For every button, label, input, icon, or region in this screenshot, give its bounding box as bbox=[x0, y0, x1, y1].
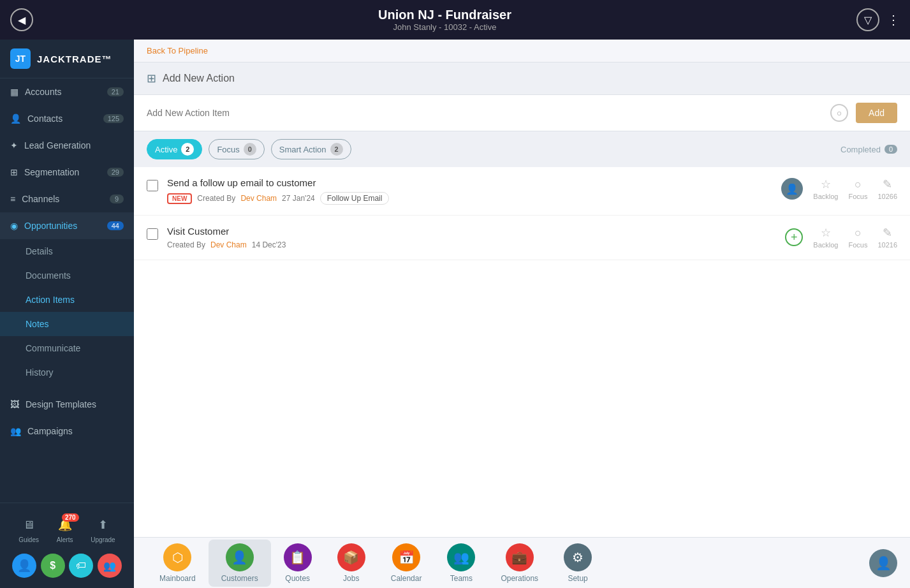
segmentation-badge: 29 bbox=[107, 168, 124, 177]
guides-button[interactable]: 🖥 Guides bbox=[18, 516, 39, 543]
action-item-2-id: ✎ 10216 bbox=[877, 226, 897, 249]
action-item-2-created-by: Created By bbox=[167, 240, 205, 249]
mainboard-icon: ⬡ bbox=[163, 543, 191, 571]
focus-circle-icon-2[interactable]: ○ bbox=[855, 226, 862, 240]
nav-operations[interactable]: 💼 Operations bbox=[488, 540, 551, 587]
action-item-2-focus: ○ Focus bbox=[848, 226, 867, 249]
backlog-star-icon-2[interactable]: ☆ bbox=[821, 226, 831, 240]
logo-text: JACKTRADE™ bbox=[37, 54, 112, 64]
focus-circle-icon[interactable]: ○ bbox=[855, 178, 862, 191]
add-action-button[interactable]: Add bbox=[856, 103, 897, 123]
nav-mainboard[interactable]: ⬡ Mainboard bbox=[147, 540, 209, 587]
more-button[interactable]: ⋮ bbox=[887, 12, 900, 27]
nav-quotes[interactable]: 📋 Quotes bbox=[271, 540, 325, 587]
back-to-pipeline[interactable]: Back To Pipeline bbox=[134, 40, 910, 62]
action-item-1-date: 27 Jan'24 bbox=[282, 194, 315, 203]
opportunities-badge: 44 bbox=[107, 221, 124, 230]
sidebar-item-campaigns[interactable]: 👥 Campaigns bbox=[0, 418, 134, 445]
nav-teams[interactable]: 👥 Teams bbox=[434, 540, 488, 587]
edit-icon-1[interactable]: ✎ bbox=[883, 177, 892, 191]
action-item-input[interactable] bbox=[147, 108, 823, 118]
topbar-right: ▽ ⋮ bbox=[856, 8, 900, 31]
contacts-label: Contacts bbox=[27, 114, 62, 124]
jobs-label: Jobs bbox=[343, 574, 359, 583]
completed-text: Completed bbox=[840, 145, 881, 154]
user-icon: 👤 bbox=[17, 559, 31, 573]
dollar-avatar-btn[interactable]: $ bbox=[41, 554, 65, 578]
sidebar-bottom: 🖥 Guides 🔔 270 Alerts ⬆ Upgrade 👤 bbox=[0, 503, 134, 588]
action-item-1-title: Send a follow up email to customer bbox=[167, 177, 772, 188]
sidebar-bottom-icons: 🖥 Guides 🔔 270 Alerts ⬆ Upgrade bbox=[0, 511, 134, 548]
sidebar-item-design-templates[interactable]: 🖼 Design Templates bbox=[0, 391, 134, 418]
tab-active[interactable]: Active 2 bbox=[147, 139, 202, 159]
filter-button[interactable]: ▽ bbox=[856, 8, 879, 31]
upgrade-button[interactable]: ⬆ Upgrade bbox=[91, 516, 115, 543]
sidebar-item-channels[interactable]: ≡ Channels 9 bbox=[0, 186, 134, 212]
sidebar-item-action-items[interactable]: Action Items bbox=[0, 288, 134, 312]
tab-focus[interactable]: Focus 0 bbox=[209, 139, 264, 159]
alerts-button[interactable]: 🔔 270 Alerts bbox=[56, 516, 74, 543]
page-title: Union NJ - Fundraiser bbox=[378, 8, 511, 22]
nav-calendar[interactable]: 📅 Calendar bbox=[378, 540, 435, 587]
action-item-2-add-btn[interactable]: + bbox=[785, 228, 803, 246]
topbar: ◀ Union NJ - Fundraiser John Stanly - 10… bbox=[0, 0, 910, 40]
sidebar-item-details[interactable]: Details bbox=[0, 239, 134, 263]
smart-action-tab-label: Smart Action bbox=[279, 145, 327, 154]
action-item-1-meta: NEW Created By Dev Cham 27 Jan'24 Follow… bbox=[167, 192, 772, 205]
nav-customers[interactable]: 👤 Customers bbox=[209, 540, 271, 587]
action-item-1-content: Send a follow up email to customer NEW C… bbox=[167, 177, 772, 205]
setup-label: Setup bbox=[568, 574, 587, 583]
backlog-star-icon[interactable]: ☆ bbox=[821, 177, 831, 191]
back-button[interactable]: ◀ bbox=[10, 8, 33, 31]
active-tab-label: Active bbox=[155, 145, 177, 154]
sidebar-item-lead-generation[interactable]: ✦ Lead Generation bbox=[0, 132, 134, 159]
action-list: Send a follow up email to customer NEW C… bbox=[134, 167, 910, 537]
sidebar-item-segmentation[interactable]: ⊞ Segmentation 29 bbox=[0, 159, 134, 186]
focus-tab-label: Focus bbox=[217, 145, 239, 154]
lead-gen-label: Lead Generation bbox=[24, 140, 91, 151]
accounts-badge: 21 bbox=[107, 87, 124, 96]
alerts-label: Alerts bbox=[57, 536, 73, 543]
segmentation-icon: ⊞ bbox=[10, 167, 18, 177]
filter-icon: ▽ bbox=[864, 14, 872, 26]
tab-smart-action[interactable]: Smart Action 2 bbox=[271, 139, 351, 159]
new-badge: NEW bbox=[167, 193, 192, 204]
setup-icon: ⚙ bbox=[564, 543, 592, 571]
logo-icon: JT bbox=[10, 48, 31, 69]
user-avatar-btn[interactable]: 👤 bbox=[12, 554, 36, 578]
nav-jobs[interactable]: 📦 Jobs bbox=[325, 540, 378, 587]
action-item-1-checkbox[interactable] bbox=[147, 180, 158, 191]
add-action-icon: ⊞ bbox=[147, 71, 156, 85]
mainboard-label: Mainboard bbox=[159, 574, 196, 583]
sidebar-item-history[interactable]: History bbox=[0, 360, 134, 385]
user-profile-avatar[interactable]: 👤 bbox=[869, 549, 897, 577]
backlog-label-2: Backlog bbox=[813, 241, 838, 249]
action-item-2-checkbox[interactable] bbox=[147, 228, 158, 240]
sidebar: JT JACKTRADE™ ▦ Accounts 21 👤 Contacts 1… bbox=[0, 40, 134, 588]
action-item-2-author: Dev Cham bbox=[210, 240, 247, 249]
edit-icon-2[interactable]: ✎ bbox=[883, 226, 892, 240]
sidebar-item-communicate[interactable]: Communicate bbox=[0, 336, 134, 360]
sidebar-item-documents[interactable]: Documents bbox=[0, 263, 134, 288]
bottom-nav: ⬡ Mainboard 👤 Customers 📋 Quotes bbox=[134, 537, 910, 588]
sidebar-item-opportunities[interactable]: ◉ Opportunities 44 bbox=[0, 212, 134, 239]
sidebar-item-contacts[interactable]: 👤 Contacts 125 bbox=[0, 105, 134, 132]
opportunities-label: Opportunities bbox=[24, 221, 77, 231]
calendar-icon: 📅 bbox=[392, 543, 420, 571]
back-icon: ◀ bbox=[18, 14, 26, 26]
group-avatar-btn[interactable]: 👥 bbox=[98, 554, 122, 578]
nav-setup[interactable]: ⚙ Setup bbox=[551, 540, 605, 587]
action-item-2-actions: + ☆ Backlog ○ Focus ✎ 10216 bbox=[785, 226, 897, 249]
filter-row: Active 2 Focus 0 Smart Action 2 Complete… bbox=[134, 131, 910, 167]
sidebar-item-notes[interactable]: Notes bbox=[0, 312, 134, 336]
action-item-2-title: Visit Customer bbox=[167, 226, 776, 237]
topbar-center: Union NJ - Fundraiser John Stanly - 1003… bbox=[378, 8, 511, 32]
tag-avatar-btn[interactable]: 🏷 bbox=[69, 554, 93, 578]
input-icon-button[interactable]: ○ bbox=[830, 104, 848, 122]
action-item-2-date: 14 Dec'23 bbox=[252, 240, 286, 249]
circle-icon: ○ bbox=[837, 108, 842, 118]
sidebar-item-accounts[interactable]: ▦ Accounts 21 bbox=[0, 78, 134, 105]
opportunities-icon: ◉ bbox=[10, 221, 18, 231]
action-item-1-actions: 👤 ☆ Backlog ○ Focus ✎ 10266 bbox=[781, 177, 897, 200]
action-item-1: Send a follow up email to customer NEW C… bbox=[134, 167, 910, 216]
